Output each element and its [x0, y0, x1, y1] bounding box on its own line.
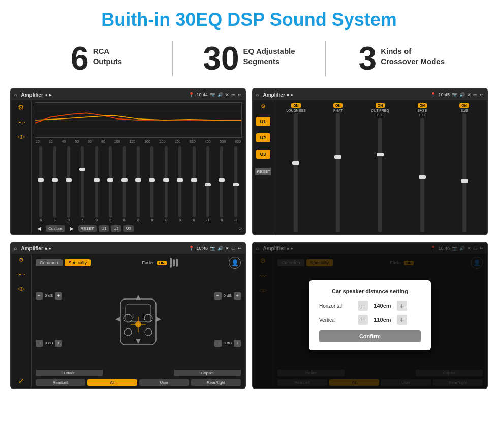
eq-reset-btn[interactable]: RESET [78, 225, 97, 232]
screen-amp: ⌂ Amplifier ■ ● 📍 10:45 📷 🔊 ✕ ▭ ↩ ⚙ U1 U… [252, 88, 488, 235]
eq-u3-btn[interactable]: U3 [123, 225, 134, 232]
window-icon-1[interactable]: ▭ [231, 92, 236, 97]
fader-on-badge[interactable]: ON [157, 261, 167, 265]
right-top-minus[interactable]: − [214, 292, 222, 300]
close-icon-2[interactable]: ✕ [467, 92, 471, 97]
close-icon-1[interactable]: ✕ [225, 92, 229, 97]
svg-marker-15 [156, 317, 161, 322]
home-icon-1[interactable]: ⌂ [14, 92, 17, 97]
tab-specialty[interactable]: Specialty [65, 259, 91, 266]
back-icon-1[interactable]: ↩ [238, 92, 242, 97]
u3-btn[interactable]: U3 [256, 150, 270, 159]
location-icon-2: 📍 [430, 92, 436, 97]
window-icon-2[interactable]: ▭ [473, 92, 478, 97]
eq-slider-7: 0 [132, 145, 144, 222]
dialog-vertical-minus[interactable]: − [358, 315, 368, 325]
eq-prev-btn[interactable]: ◀ [35, 225, 44, 232]
svg-point-8 [145, 328, 152, 336]
right-bot-minus[interactable]: − [214, 340, 222, 347]
bass-slider[interactable] [420, 118, 424, 232]
eq-slider-3: 5 [76, 145, 88, 222]
svg-marker-13 [136, 339, 141, 344]
eq-next-btn[interactable]: ▶ [67, 225, 76, 232]
dialog-row-vertical: Vertical − 110cm + [319, 315, 421, 325]
cutfreq-slider[interactable] [378, 118, 382, 232]
sub-label: SUB [460, 109, 468, 112]
back-icon-3[interactable]: ↩ [238, 246, 242, 251]
dialog-confirm-btn[interactable]: Confirm [319, 330, 421, 342]
u2-btn[interactable]: U2 [256, 133, 270, 142]
back-icon-2[interactable]: ↩ [480, 92, 484, 97]
eq-slider-2: 0 [63, 145, 75, 222]
dialog-horizontal-label: Horizontal [319, 303, 355, 309]
cs-wave-icon[interactable]: 〰 [18, 271, 25, 279]
eq-expand-icon[interactable]: » [239, 226, 242, 231]
bass-on-badge[interactable]: ON [418, 103, 427, 108]
u1-btn[interactable]: U1 [256, 117, 270, 126]
right-top-val: 0 dB [224, 293, 232, 298]
right-bot-val: 0 dB [224, 341, 232, 345]
close-icon-3[interactable]: ✕ [225, 246, 229, 251]
phat-slider[interactable] [336, 113, 340, 232]
tab-common[interactable]: Common [36, 259, 63, 266]
loudness-slider[interactable] [294, 113, 298, 232]
amp-reset-btn[interactable]: RESET [255, 168, 271, 175]
loudness-on-badge[interactable]: ON [291, 103, 301, 108]
user-btn[interactable]: User [139, 379, 189, 386]
rearleft-btn[interactable]: RearLeft [36, 379, 85, 386]
cs-expand-icon[interactable]: ⤢ [18, 377, 24, 385]
cutfreq-control: ON CUT FREQ F G [361, 103, 400, 232]
fader-sliders [170, 258, 178, 268]
copilot-btn[interactable]: Copilot [174, 370, 241, 376]
car-diagram-svg [113, 289, 164, 350]
window-icon-3[interactable]: ▭ [231, 246, 236, 251]
right-top-plus[interactable]: + [234, 292, 241, 300]
time-1: 10:44 [196, 92, 208, 97]
left-bot-minus[interactable]: − [36, 340, 43, 347]
stat-label-rca: RCAOutputs [93, 42, 122, 66]
right-bot-vol: − 0 dB + [214, 340, 241, 347]
left-top-plus[interactable]: + [55, 292, 62, 300]
stat-crossover: 3 Kinds ofCrossover Modes [336, 42, 468, 75]
right-bot-plus[interactable]: + [234, 340, 241, 347]
cs-tab-row: Common Specialty Fader ON 👤 [36, 257, 241, 269]
dialog-vertical-value: 110cm [371, 317, 394, 323]
left-top-minus[interactable]: − [36, 292, 43, 300]
eq-slider-11: 0 [188, 145, 200, 222]
eq-bottom-controls: ◀ Custom ▶ RESET U1 U2 U3 » [35, 225, 242, 232]
phat-on-badge[interactable]: ON [333, 103, 343, 108]
eq-slider-14: -1 [230, 145, 242, 222]
dialog-horizontal-plus[interactable]: + [397, 301, 407, 311]
volume-ctrl-icon[interactable]: ◁▷ [17, 134, 25, 139]
sub-on-badge[interactable]: ON [459, 103, 469, 108]
amp-controls: ON LOUDNESS ON PHAT ON [276, 103, 484, 232]
home-icon-3[interactable]: ⌂ [14, 246, 17, 251]
rearright-btn[interactable]: RearRight [191, 379, 241, 386]
stat-divider-1 [172, 41, 173, 76]
status-icons-1: 📍 10:44 📷 🔊 ✕ ▭ ↩ [189, 92, 242, 97]
cs-left-panel: ⚙ 〰 ◁▷ ⤢ [11, 254, 32, 388]
phat-control: ON PHAT [319, 103, 358, 232]
driver-btn[interactable]: Driver [36, 370, 103, 376]
eq-icon[interactable]: ⚙ [18, 103, 24, 111]
eq-slider-12: -1 [202, 145, 214, 222]
eq-u1-btn[interactable]: U1 [99, 225, 109, 232]
svg-point-7 [124, 328, 132, 336]
camera-icon-3: 📷 [210, 246, 215, 251]
dialog-vertical-plus[interactable]: + [397, 315, 407, 325]
all-btn[interactable]: All [87, 379, 137, 386]
amp-eq-icon[interactable]: ⚙ [261, 103, 266, 110]
wave-icon[interactable]: 〰 [18, 118, 25, 127]
sub-slider[interactable] [462, 113, 466, 232]
left-top-val: 0 dB [45, 293, 53, 298]
eq-u2-btn[interactable]: U2 [111, 225, 121, 232]
volume-icon-3: 🔊 [217, 246, 223, 251]
cutfreq-on-badge[interactable]: ON [376, 103, 385, 108]
cs-vol-icon[interactable]: ◁▷ [17, 286, 25, 291]
profile-icon[interactable]: 👤 [229, 257, 241, 269]
home-icon-2[interactable]: ⌂ [256, 92, 259, 97]
dialog-horizontal-minus[interactable]: − [358, 301, 368, 311]
cs-eq-icon[interactable]: ⚙ [19, 257, 24, 263]
stat-number-eq: 30 [203, 42, 239, 75]
left-bot-plus[interactable]: + [55, 340, 62, 347]
